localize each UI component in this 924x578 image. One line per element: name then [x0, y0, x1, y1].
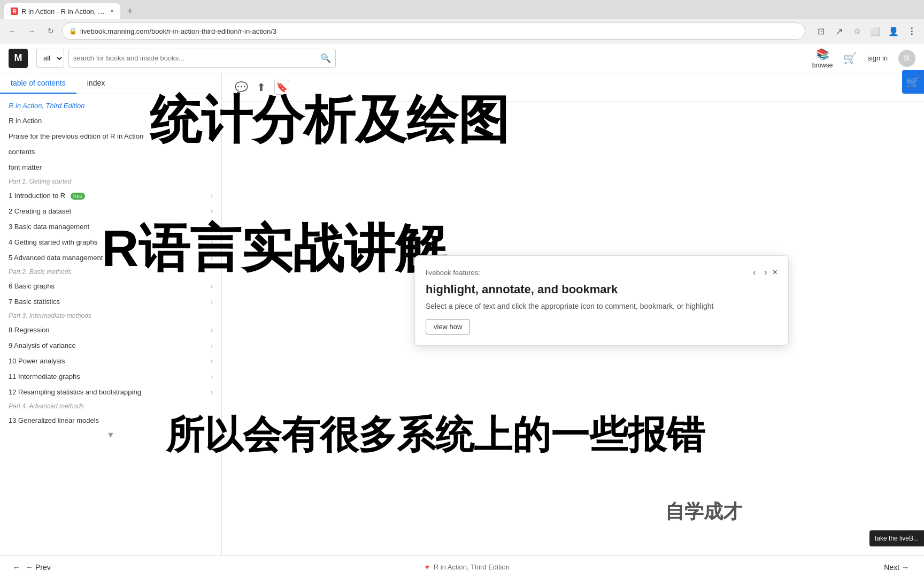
- chevron-right-icon: ›: [211, 342, 213, 349]
- toc-item-1[interactable]: 1 Introduction to R free ›: [0, 188, 221, 203]
- toc-item-11[interactable]: 11 Intermediate graphs ›: [0, 369, 221, 384]
- search-input[interactable]: [73, 54, 320, 62]
- browser-tab[interactable]: R R in Action - R in Action, Thir... ×: [4, 3, 120, 19]
- chevron-right-icon: ›: [211, 208, 213, 215]
- profile-icon[interactable]: 👤: [886, 23, 902, 39]
- next-label: Next →: [884, 563, 909, 572]
- toc-item-10[interactable]: 10 Power analysis ›: [0, 353, 221, 369]
- toc-item-contents[interactable]: contents: [0, 144, 221, 159]
- cart-floating-button[interactable]: 🛒: [902, 70, 924, 94]
- next-chapter-button[interactable]: Next →: [884, 563, 911, 572]
- browser-actions: ⊡ ↗ ☆ ⬜ 👤 ⋮: [813, 23, 920, 39]
- view-how-button[interactable]: view how: [426, 319, 470, 334]
- lock-icon: 🔒: [69, 27, 77, 35]
- toc-item-font-matter[interactable]: font matter: [0, 159, 221, 175]
- sign-in-button[interactable]: sign in: [867, 54, 888, 62]
- heart-icon[interactable]: ♥: [425, 563, 429, 571]
- cart-icon: 🛒: [843, 52, 857, 65]
- chevron-right-icon: ›: [211, 358, 213, 365]
- toc-item-12[interactable]: 12 Resampling statistics and bootstrappi…: [0, 384, 221, 400]
- back-button[interactable]: ←: [4, 23, 20, 39]
- footer-book-label: R in Action, Third Edition: [434, 563, 510, 571]
- chevron-right-icon: ›: [211, 417, 213, 424]
- scroll-down-indicator: ▼: [0, 428, 221, 442]
- browser-chrome: R R in Action - R in Action, Thir... × +…: [0, 0, 924, 43]
- section-part1: Part 1. Getting started: [0, 175, 221, 188]
- toc-item-r-in-action[interactable]: R in Action: [0, 113, 221, 128]
- content-area: table of contents index R in Action, Thi…: [0, 73, 924, 555]
- popup-navigation: ‹ › ×: [750, 267, 777, 278]
- site-header: M all 🔍 📚 browse 🛒 sign in 撮: [0, 43, 924, 73]
- toc-item-9[interactable]: 9 Analysis of variance ›: [0, 338, 221, 353]
- forward-button[interactable]: →: [24, 23, 40, 39]
- toc-item-praise[interactable]: Praise for the previous edition of R in …: [0, 128, 221, 144]
- manning-logo[interactable]: M: [9, 49, 28, 68]
- chevron-right-icon: ›: [211, 192, 213, 200]
- tab-title: R in Action - R in Action, Thir...: [21, 7, 107, 16]
- chevron-right-icon: ›: [211, 389, 213, 396]
- popup-close-button[interactable]: ×: [773, 268, 777, 277]
- toc-item-3[interactable]: 3 Basic data management ›: [0, 219, 221, 234]
- book-edition: R in Action, Third Edition: [0, 98, 221, 113]
- page-wrapper: M all 🔍 📚 browse 🛒 sign in 撮: [0, 43, 924, 578]
- url-text: livebook.manning.com/book/r-in-action-th…: [80, 27, 276, 35]
- section-part3: Part 3. Intermediate methods: [0, 309, 221, 322]
- search-area: all 🔍: [36, 49, 336, 68]
- take-livebook-label: take the liveB...: [875, 535, 919, 542]
- chevron-right-icon: ›: [211, 373, 213, 381]
- chevron-right-icon: ›: [211, 239, 213, 246]
- main-content: 💬 ⬆ 🔖 ··· R in Action Data Analysis and …: [222, 73, 924, 555]
- extension-icon[interactable]: ⬜: [867, 23, 883, 39]
- prev-label: ← Prev: [26, 563, 51, 572]
- tab-favicon: R: [11, 7, 18, 15]
- cart-floating-icon: 🛒: [906, 76, 920, 88]
- prev-chapter-button[interactable]: ← ← Prev: [13, 563, 51, 572]
- comment-action-icon[interactable]: 💬: [235, 81, 248, 94]
- toc-item-13[interactable]: 13 Generalized linear models ›: [0, 413, 221, 428]
- tab-close-btn[interactable]: ×: [110, 7, 114, 15]
- sidebar: table of contents index R in Action, Thi…: [0, 73, 222, 555]
- new-tab-button[interactable]: +: [122, 4, 137, 19]
- section-part4: Part 4. Advanced methods: [0, 400, 221, 413]
- popup-next-button[interactable]: ›: [761, 267, 770, 278]
- chevron-right-icon: ›: [211, 223, 213, 231]
- chevron-right-icon: ›: [211, 254, 213, 262]
- address-bar[interactable]: 🔒 livebook.manning.com/book/r-in-action-…: [62, 22, 805, 40]
- toc-item-7[interactable]: 7 Basic statistics ›: [0, 294, 221, 309]
- menu-icon[interactable]: ⋮: [904, 23, 920, 39]
- user-avatar[interactable]: 撮: [898, 50, 915, 67]
- bookmark-browser-icon[interactable]: ☆: [849, 23, 865, 39]
- take-livebook-banner[interactable]: take the liveB...: [869, 530, 924, 546]
- tab-index[interactable]: index: [76, 73, 116, 94]
- chapter-actions-bar: 💬 ⬆ 🔖 ···: [222, 73, 924, 102]
- toc-item-5[interactable]: 5 Advanced data management ›: [0, 250, 221, 265]
- sidebar-content[interactable]: R in Action, Third Edition R in Action P…: [0, 94, 221, 555]
- search-button[interactable]: 🔍: [320, 53, 331, 63]
- prev-arrow-icon: ←: [13, 563, 20, 572]
- browse-button[interactable]: 📚 browse: [812, 48, 833, 69]
- popup-prev-button[interactable]: ‹: [750, 267, 759, 278]
- livebook-popup: livebook features: ‹ › × highlight, anno…: [414, 255, 789, 346]
- reload-button[interactable]: ↻: [43, 23, 59, 39]
- browse-label: browse: [812, 62, 833, 69]
- popup-header: livebook features: ‹ › ×: [426, 267, 777, 278]
- chevron-right-icon: ›: [211, 283, 213, 290]
- cast-icon[interactable]: ⊡: [813, 23, 829, 39]
- toc-item-8[interactable]: 8 Regression ›: [0, 322, 221, 338]
- share-action-icon[interactable]: ⬆: [257, 81, 266, 94]
- popup-description: Select a piece of text and click the app…: [426, 302, 777, 310]
- cart-button[interactable]: 🛒: [843, 52, 857, 65]
- popup-label: livebook features:: [426, 269, 480, 277]
- chevron-right-icon: ›: [211, 326, 213, 334]
- search-scope-select[interactable]: all: [36, 49, 64, 68]
- toc-item-2[interactable]: 2 Creating a dataset ›: [0, 203, 221, 219]
- toc-item-6[interactable]: 6 Basic graphs ›: [0, 278, 221, 294]
- chevron-right-icon: ›: [211, 298, 213, 306]
- sidebar-tabs: table of contents index: [0, 73, 221, 94]
- share-browser-icon[interactable]: ↗: [831, 23, 847, 39]
- toc-item-4[interactable]: 4 Getting started with graphs ›: [0, 234, 221, 250]
- bookmark-action-icon[interactable]: 🔖: [274, 80, 289, 95]
- footer-center: ♥ R in Action, Third Edition: [425, 563, 510, 571]
- popup-title: highlight, annotate, and bookmark: [426, 283, 777, 296]
- tab-toc[interactable]: table of contents: [0, 73, 76, 94]
